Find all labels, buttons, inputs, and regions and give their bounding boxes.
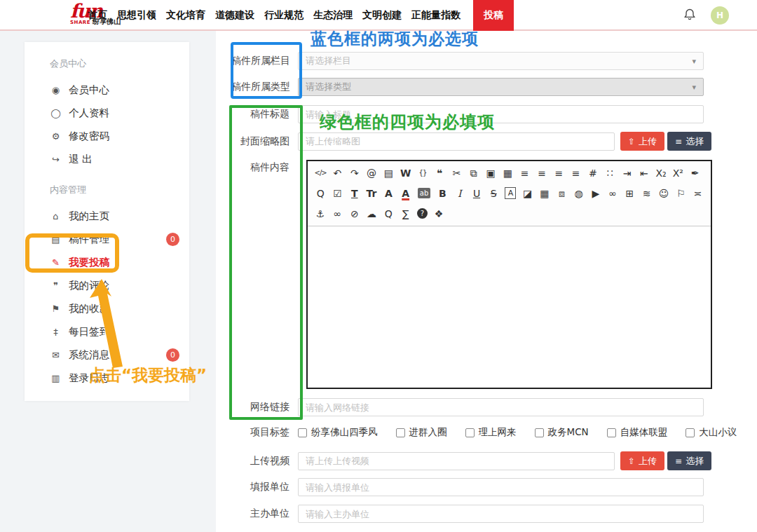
text-border-icon[interactable]: A <box>505 187 516 199</box>
unordered-list-icon[interactable]: ∷ <box>601 163 618 183</box>
eraser-icon[interactable]: ◪ <box>519 184 536 203</box>
sidebar-item-system-messages[interactable]: ✉ 系统消息 0 <box>25 343 189 367</box>
notification-bell-icon[interactable] <box>683 8 697 25</box>
help-icon[interactable]: ? <box>417 208 428 219</box>
tag-label: 进群入圈 <box>409 426 447 439</box>
title-format-icon[interactable]: T <box>346 184 363 203</box>
emoji-icon[interactable]: ☺ <box>655 184 672 203</box>
sidebar-item-profile[interactable]: ◯ 个人资料 <box>25 102 189 125</box>
title-input[interactable] <box>298 105 704 123</box>
type-label: 稿件所属类型 <box>231 81 298 93</box>
column-select[interactable]: 请选择栏目 ▾ <box>298 52 704 70</box>
doodle-icon[interactable]: ◍ <box>570 184 587 203</box>
anchor-icon[interactable]: ⚓ <box>312 204 329 224</box>
outdent-icon[interactable]: ⇤ <box>636 163 653 183</box>
search-zoom-icon[interactable]: Q <box>380 204 397 224</box>
attachment-icon[interactable]: ∞ <box>604 184 621 203</box>
image-icon[interactable]: ▦ <box>536 184 553 203</box>
print-icon[interactable]: ▤ <box>380 163 397 183</box>
preview-icon[interactable]: Q <box>312 184 329 203</box>
link-input[interactable] <box>298 398 704 416</box>
bold-icon[interactable]: B <box>434 184 451 203</box>
align-right-icon[interactable]: ≡ <box>550 163 567 183</box>
tag-checkbox-2[interactable]: 理上网来 <box>465 426 517 439</box>
sidebar-item-my-comments[interactable]: ❞ 我的评论 <box>25 274 189 297</box>
find-replace-icon[interactable]: @ <box>363 163 380 183</box>
table-icon[interactable]: ⊞ <box>621 184 638 203</box>
nav-item-submit-active[interactable]: 投稿 <box>473 0 514 31</box>
type-select[interactable]: 请选择类型 ▾ <box>298 78 704 96</box>
cut-icon[interactable]: ✂ <box>448 163 465 183</box>
font-family-icon[interactable]: Tr <box>363 184 380 203</box>
video-input[interactable] <box>298 452 615 470</box>
sidebar-item-submit-manuscript[interactable]: ✎ 我要投稿 <box>25 251 189 274</box>
indent-icon[interactable]: ⇥ <box>618 163 635 183</box>
rich-text-editor: </> ↶ ↷ @ ▤ W {} ❝ ✂ ⧉ ▣ ▦ ≡ ≡ ≡ ≡ # ∷ ⇥… <box>306 160 712 389</box>
copy-icon[interactable]: ⧉ <box>465 163 482 183</box>
source-code-icon[interactable]: </> <box>312 163 329 183</box>
user-avatar[interactable]: H <box>711 6 729 25</box>
sidebar-item-my-homepage[interactable]: ⌂ 我的主页 <box>25 205 189 228</box>
tag-checkbox-5[interactable]: 大山小议 <box>686 426 737 439</box>
font-size-icon[interactable]: A <box>380 184 397 203</box>
format-painter-icon[interactable]: ✒ <box>687 163 704 183</box>
redo-icon[interactable]: ↷ <box>346 163 363 183</box>
nav-item-home[interactable]: 首页 <box>88 9 107 22</box>
sidebar-item-login-log[interactable]: ▥ 登录日志 <box>25 367 189 390</box>
sidebar-item-member-center[interactable]: ◉ 会员中心 <box>25 79 189 102</box>
nav-item-ecology[interactable]: 生态治理 <box>313 9 353 22</box>
video-choose-button[interactable]: ≡ 选择 <box>667 451 711 470</box>
screenshot-icon[interactable]: ⧈ <box>553 184 570 203</box>
thumbnail-input[interactable] <box>298 132 615 151</box>
blockquote-icon[interactable]: ❝ <box>431 163 448 183</box>
spellcheck-icon[interactable]: ☑ <box>329 184 346 203</box>
font-color-icon[interactable]: A <box>397 184 414 203</box>
ordered-list-icon[interactable]: # <box>585 163 601 183</box>
tag-label: 大山小议 <box>699 426 737 439</box>
bg-color-icon[interactable]: ab <box>418 188 430 198</box>
sidebar-item-my-favorites[interactable]: ⚑ 我的收藏 <box>25 297 189 320</box>
sidebar-item-logout[interactable]: ↪ 退 出 <box>25 148 189 171</box>
thumbnail-choose-button[interactable]: ≡ 选择 <box>667 132 711 151</box>
video-upload-button[interactable]: ⇧ 上传 <box>620 451 664 470</box>
paste-word-icon[interactable]: ▦ <box>499 163 516 183</box>
nav-item-culture[interactable]: 文化培育 <box>166 9 205 22</box>
unlink-icon[interactable]: ⊘ <box>346 204 363 224</box>
undo-icon[interactable]: ↶ <box>329 163 346 183</box>
location-icon[interactable]: ⚐ <box>672 184 689 203</box>
align-left-icon[interactable]: ≡ <box>517 163 533 183</box>
thumbnail-upload-button[interactable]: ⇧ 上传 <box>620 132 664 151</box>
link-icon[interactable]: ∞ <box>329 204 346 224</box>
paste-icon[interactable]: ▣ <box>482 163 499 183</box>
reporting-unit-input[interactable] <box>298 478 704 496</box>
import-word-icon[interactable]: W <box>397 163 414 183</box>
editor-content-area[interactable] <box>308 226 711 387</box>
sidebar-item-daily-checkin[interactable]: ‡ 每日签到 <box>25 320 189 343</box>
video-icon[interactable]: ▶ <box>587 184 604 203</box>
cloud-upload-icon[interactable]: ☁ <box>363 204 380 224</box>
sidebar-item-manuscript-management[interactable]: ▤ 稿件管理 0 <box>25 228 189 251</box>
nav-item-thought[interactable]: 思想引领 <box>117 9 156 22</box>
underline-icon[interactable]: U <box>468 184 485 203</box>
nav-item-morality[interactable]: 道德建设 <box>215 9 254 22</box>
subscript-icon[interactable]: X₂ <box>653 163 669 183</box>
sidebar-item-change-password[interactable]: ⚙ 修改密码 <box>25 125 189 148</box>
strikethrough-icon[interactable]: S <box>485 184 502 203</box>
align-justify-icon[interactable]: ≡ <box>567 163 584 183</box>
tag-checkbox-0[interactable]: 纷享佛山四季风 <box>298 426 378 439</box>
nav-item-industry[interactable]: 行业规范 <box>264 9 304 22</box>
line-height-icon[interactable]: ≍ <box>689 184 706 203</box>
align-center-icon[interactable]: ≡ <box>533 163 550 183</box>
formula-icon[interactable]: ∑ <box>397 204 414 224</box>
horizontal-rule-icon[interactable]: ≋ <box>639 184 655 203</box>
host-unit-input[interactable] <box>298 505 704 523</box>
nav-item-index[interactable]: 正能量指数 <box>411 9 461 22</box>
code-icon[interactable]: {} <box>414 163 431 183</box>
tag-checkbox-1[interactable]: 进群入圈 <box>396 426 447 439</box>
nav-item-civilization[interactable]: 文明创建 <box>362 9 402 22</box>
fullscreen-icon[interactable]: ❖ <box>430 204 447 224</box>
tag-checkbox-4[interactable]: 自媒体联盟 <box>607 426 668 439</box>
tag-checkbox-3[interactable]: 政务MCN <box>535 426 589 439</box>
superscript-icon[interactable]: X² <box>669 163 686 183</box>
italic-icon[interactable]: I <box>451 184 468 203</box>
